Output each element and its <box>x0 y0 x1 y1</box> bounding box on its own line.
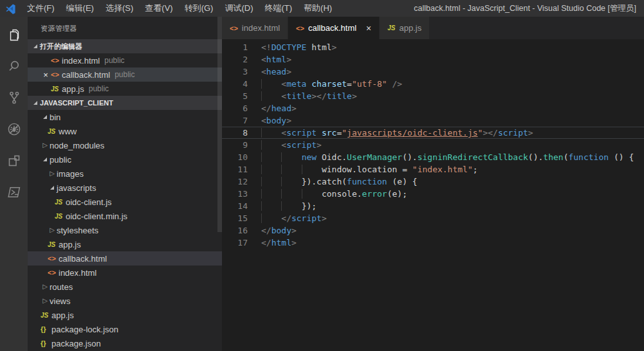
line-number: 6 <box>222 102 248 114</box>
chevron-collapsed-icon: ▷ <box>48 170 57 177</box>
file-label: app.js <box>51 310 74 320</box>
code-token: < <box>261 55 266 64</box>
project-root-label: JAVASCRIPT_CLIENT <box>40 99 113 107</box>
open-editors-header[interactable]: 打开的编辑器 <box>28 39 222 53</box>
code-editor[interactable]: 1<!DOCTYPE html>2<html>3<head>4 <meta ch… <box>222 39 644 351</box>
code-token <box>281 165 301 174</box>
workbench: 资源管理器 打开的编辑器 <>index.htmlpublic×<>callba… <box>0 17 644 351</box>
code-token: then <box>543 152 563 162</box>
tree-item-index.html[interactable]: <>index.html <box>28 266 222 280</box>
open-editors-list: <>index.htmlpublic×<>callback.htmlpublic… <box>28 53 222 96</box>
tree-item-stylesheets[interactable]: ▷stylesheets <box>28 223 222 237</box>
sidebar-scrollbar[interactable] <box>217 17 222 232</box>
tree-item-javascripts[interactable]: javascripts <box>28 181 222 195</box>
open-editors-label: 打开的编辑器 <box>40 42 82 51</box>
menu-item-0[interactable]: 文件(F) <box>21 0 60 17</box>
menu-item-7[interactable]: 帮助(H) <box>298 0 338 17</box>
html-file-icon: <> <box>51 57 62 64</box>
folder-label: routes <box>50 282 73 292</box>
js-file-icon: JS <box>41 312 51 319</box>
folder-badge: public <box>115 70 134 79</box>
tab-callback.html[interactable]: <>callback.html× <box>288 17 380 39</box>
code-token: </ <box>261 238 271 248</box>
menu-item-4[interactable]: 转到(G) <box>179 0 219 17</box>
tree-item-oidc-client.js[interactable]: JSoidc-client.js <box>28 195 222 209</box>
tree-item-app.js[interactable]: JSapp.js <box>28 237 222 251</box>
close-editor-icon[interactable]: × <box>41 70 51 80</box>
code-token: head <box>266 67 286 76</box>
file-label: oidc-client.min.js <box>66 212 127 221</box>
tree-item-bin[interactable]: bin <box>28 110 222 124</box>
activitybar-powershell[interactable] <box>0 177 28 209</box>
code-token <box>281 177 301 186</box>
open-editor-item-index.html[interactable]: <>index.htmlpublic <box>28 53 222 68</box>
tab-app.js[interactable]: JSapp.js <box>380 17 430 39</box>
tab-label: index.html <box>242 23 280 33</box>
tree-item-package.json[interactable]: {}package.json <box>28 336 222 350</box>
code-token <box>281 152 301 162</box>
chevron-collapsed-icon: ▷ <box>48 227 57 233</box>
html-file-icon: <> <box>51 71 62 78</box>
code-token: "utf-8" <box>352 79 387 89</box>
code-token <box>302 189 322 199</box>
file-label: package-lock.json <box>51 325 118 334</box>
menu-item-3[interactable]: 查看(V) <box>139 0 178 17</box>
code-token: > <box>291 238 297 248</box>
line-content: }); <box>261 200 317 212</box>
tree-item-images[interactable]: ▷images <box>28 166 222 181</box>
html-file-icon: <> <box>296 24 304 32</box>
menu-item-2[interactable]: 选择(S) <box>100 0 139 17</box>
tab-index.html[interactable]: <>index.html <box>222 17 288 39</box>
tree-item-views[interactable]: ▷views <box>28 294 222 308</box>
activitybar-extensions[interactable] <box>0 146 28 177</box>
activitybar-explorer[interactable] <box>0 20 28 51</box>
line-number: 4 <box>222 78 248 90</box>
chevron-expanded-icon <box>41 115 50 119</box>
line-content: </script> <box>261 212 327 224</box>
menu-item-5[interactable]: 调试(D) <box>219 0 259 17</box>
line-number: 8 <box>222 127 248 139</box>
tree-item-app.js[interactable]: JSapp.js <box>28 308 222 322</box>
line-number: 3 <box>222 66 248 78</box>
close-tab-icon[interactable]: × <box>366 23 371 33</box>
window-title: callback.html - JavaScript_Client - Visu… <box>414 3 636 14</box>
activitybar-search[interactable] <box>0 51 28 83</box>
tree-item-www[interactable]: JSwww <box>28 124 222 138</box>
folder-label: public <box>50 155 71 165</box>
tree-item-node_modules[interactable]: ▷node_modules <box>28 138 222 152</box>
tree-item-package-lock.json[interactable]: {}package-lock.json <box>28 322 222 336</box>
code-token: > <box>322 213 327 223</box>
project-root-header[interactable]: JAVASCRIPT_CLIENT <box>28 96 222 110</box>
code-token <box>261 201 281 211</box>
menu-item-1[interactable]: 编辑(E) <box>60 0 100 17</box>
menu-item-6[interactable]: 终端(T) <box>259 0 298 17</box>
line-content: <head> <box>261 66 291 78</box>
open-editor-item-callback.html[interactable]: ×<>callback.htmlpublic <box>28 68 222 82</box>
activitybar-source-control[interactable] <box>0 83 28 114</box>
code-token: ></ <box>311 91 326 101</box>
code-token: < <box>281 91 286 101</box>
tree-item-routes[interactable]: ▷routes <box>28 280 222 294</box>
line-number: 10 <box>222 151 248 163</box>
code-token: script <box>498 128 528 138</box>
open-editor-item-app.js[interactable]: JSapp.jspublic <box>28 82 222 96</box>
file-label: oidc-client.js <box>66 197 112 207</box>
code-token: > <box>286 55 291 64</box>
code-token <box>261 152 281 162</box>
tree-item-oidc-client.min.js[interactable]: JSoidc-client.min.js <box>28 209 222 223</box>
file-label: www <box>59 127 77 136</box>
code-token: (). <box>528 152 543 162</box>
code-token: html <box>271 238 291 248</box>
code-token: > <box>286 67 291 76</box>
tree-item-callback.html[interactable]: <>callback.html <box>28 251 222 266</box>
activitybar-debug[interactable] <box>0 114 28 146</box>
folder-label: stylesheets <box>57 226 98 235</box>
line-content: <html> <box>261 53 291 66</box>
tab-label: callback.html <box>308 23 356 33</box>
tree-item-public[interactable]: public <box>28 152 222 166</box>
terminal-powershell-icon <box>6 184 22 203</box>
code-token: > <box>352 91 357 101</box>
line-content: <title></title> <box>261 90 357 102</box>
code-line-12: 12 }).catch(function (e) { <box>222 176 644 188</box>
line-content: <body> <box>261 114 291 127</box>
